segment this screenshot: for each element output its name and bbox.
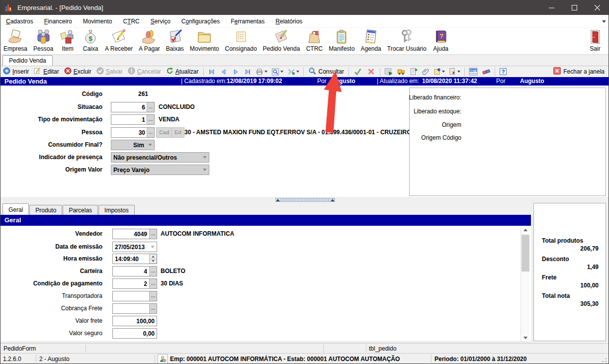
cancelar-button[interactable]: Cancelar (125, 67, 164, 76)
maximize-button[interactable] (563, 0, 586, 15)
grade-button[interactable] (382, 68, 395, 76)
tab-parcelas[interactable]: Parcelas (63, 205, 98, 215)
toolbar-overflow-chevron-icon[interactable] (602, 20, 606, 23)
toolbar-item-sair[interactable]: Sair (584, 28, 609, 52)
imprimir-button[interactable] (254, 68, 269, 76)
copiar-registro-button[interactable] (408, 68, 420, 76)
pessoa-cad-button[interactable]: Cad (156, 127, 173, 138)
close-button[interactable] (586, 0, 609, 15)
collapse-up-icon[interactable] (276, 199, 280, 201)
menu-servico[interactable]: Serviço (145, 18, 176, 25)
toolbar-item-ctrc[interactable]: CTRC (303, 28, 326, 52)
anexo-button[interactable] (420, 68, 432, 76)
descartar-button[interactable] (364, 68, 378, 76)
menu-ferramentas[interactable]: Ferramentas (225, 18, 270, 25)
salvar-button[interactable]: Salvar (94, 67, 125, 76)
toolbar-item-item[interactable]: Item (56, 28, 79, 52)
menu-configuracoes[interactable]: Configurações (176, 18, 225, 25)
toolbar-item-movimento[interactable]: Movimento (187, 28, 222, 52)
company-icon[interactable] (158, 354, 168, 364)
hora-emissao-field[interactable]: 14:09:40 (112, 254, 157, 264)
cobranca-frete-lookup-button[interactable]: ... (149, 304, 157, 313)
pessoa-lookup-button[interactable]: ... (147, 128, 154, 137)
item-icon (59, 29, 76, 45)
log-button[interactable]: Log (467, 68, 480, 76)
toolbar-item-empresa[interactable]: Empresa (0, 28, 30, 52)
atualizar-button[interactable]: Atualizar (164, 67, 201, 76)
valor-frete-field[interactable]: 100,00 (112, 316, 157, 326)
scroll-down-button[interactable] (521, 334, 530, 342)
spinner-down-button[interactable] (150, 259, 157, 264)
dropdown-chevron-icon[interactable] (264, 71, 267, 73)
toolbar-item-ajuda[interactable]: ? Ajuda (430, 28, 452, 52)
cobranca-frete-field[interactable]: ... (112, 303, 157, 314)
spinner-up-button[interactable] (150, 254, 157, 259)
resize-grip[interactable] (602, 358, 607, 363)
scroll-thumb[interactable] (522, 235, 529, 272)
pessoa-field[interactable]: 30... (111, 127, 155, 138)
condicao-lookup-button[interactable]: ... (149, 279, 157, 288)
toolbar-item-pedido-venda[interactable]: Pedido Venda (260, 28, 303, 52)
scroll-up-button[interactable] (521, 226, 530, 234)
toolbar-item-consignado[interactable]: Consignado (222, 28, 260, 52)
data-emissao-field[interactable]: 27/05/2013 (112, 242, 157, 252)
menu-financeiro[interactable]: Financeiro (39, 18, 78, 25)
dropdown-chevron-icon[interactable] (457, 71, 460, 73)
nav-first-button[interactable] (206, 68, 218, 76)
nav-last-button[interactable] (242, 68, 254, 76)
fechar-janela-button[interactable]: Fechar a janela (553, 67, 609, 76)
minimize-button[interactable] (540, 0, 563, 15)
toolbar-item-a-pagar[interactable]: A Pagar (136, 28, 163, 52)
tab-impostos[interactable]: Impostos (98, 205, 135, 215)
menu-cadastros[interactable]: Cadastros (0, 18, 39, 25)
inserir-button[interactable]: Inserir (0, 67, 31, 76)
carteira-field[interactable]: 4... (112, 266, 157, 276)
dropdown-chevron-icon[interactable] (296, 71, 299, 73)
splitter-handle[interactable] (275, 198, 335, 202)
toolbar-item-a-receber[interactable]: A Receber (102, 28, 136, 52)
carteira-lookup-button[interactable]: ... (149, 267, 157, 276)
excluir-button[interactable]: Excluir (62, 67, 94, 76)
menu-movimento[interactable]: Movimento (78, 18, 118, 25)
dropdown-chevron-icon[interactable] (280, 71, 283, 73)
toolbar-item-agenda[interactable]: Agenda (357, 28, 384, 52)
nav-prev-button[interactable] (218, 68, 230, 76)
indicador-presenca-select[interactable]: Não presencial/Outros (111, 152, 209, 163)
situacao-lookup-button[interactable]: ... (147, 102, 154, 112)
tab-pedido-venda[interactable]: Pedido Venda (2, 55, 53, 66)
tipo-lookup-button[interactable]: ... (147, 115, 154, 124)
vendedor-field[interactable]: 4049... (112, 229, 157, 239)
menu-ctrc[interactable]: CTRC (117, 18, 145, 25)
nav-next-button[interactable] (230, 68, 242, 76)
toolbar-item-baixas[interactable]: Baixas (163, 28, 187, 52)
dropdown-chevron-icon[interactable] (442, 71, 445, 73)
situacao-field[interactable]: 6... (111, 102, 155, 112)
consumidor-final-select[interactable]: Sim (111, 140, 155, 150)
chevron-down-icon[interactable] (149, 242, 157, 252)
selecao-button[interactable] (447, 68, 462, 76)
toolbar-item-pessoa[interactable]: Pessoa (30, 28, 56, 52)
geral-scrollbar[interactable] (521, 226, 529, 342)
transportadora-field[interactable]: ... (112, 291, 157, 301)
tab-geral[interactable]: Geral (2, 203, 29, 215)
pessoa-ed-button[interactable]: Ed (172, 127, 184, 138)
vendedor-lookup-button[interactable]: ... (149, 229, 157, 239)
anotacao-button[interactable] (432, 68, 447, 76)
tipo-movimentacao-field[interactable]: 1... (111, 114, 155, 125)
collapse-up-icon[interactable] (331, 199, 335, 201)
toolbar-item-trocar-usuario[interactable]: Trocar Usuário (384, 28, 430, 52)
toolbar-item-caixa[interactable]: $ Caixa (79, 28, 102, 52)
exportar-button[interactable] (285, 68, 301, 76)
origem-valor-select[interactable]: Preço Varejo (111, 165, 209, 175)
menu-relatorios[interactable]: Relatórios (270, 18, 308, 25)
valor-seguro-field[interactable]: 0,00 (112, 328, 157, 339)
ajuda-janela-button[interactable]: ? (497, 68, 509, 76)
editar-button[interactable]: Editar (31, 67, 61, 76)
condicao-pagamento-field[interactable]: 2... (112, 278, 157, 289)
limpar-button[interactable] (480, 68, 493, 76)
transporte-button[interactable] (395, 68, 408, 76)
visualizar-button[interactable] (269, 68, 285, 76)
transportadora-lookup-button[interactable]: ... (149, 291, 157, 301)
tab-produto[interactable]: Produto (29, 205, 62, 215)
toolbar-item-manifesto[interactable]: Manifesto (326, 28, 357, 52)
